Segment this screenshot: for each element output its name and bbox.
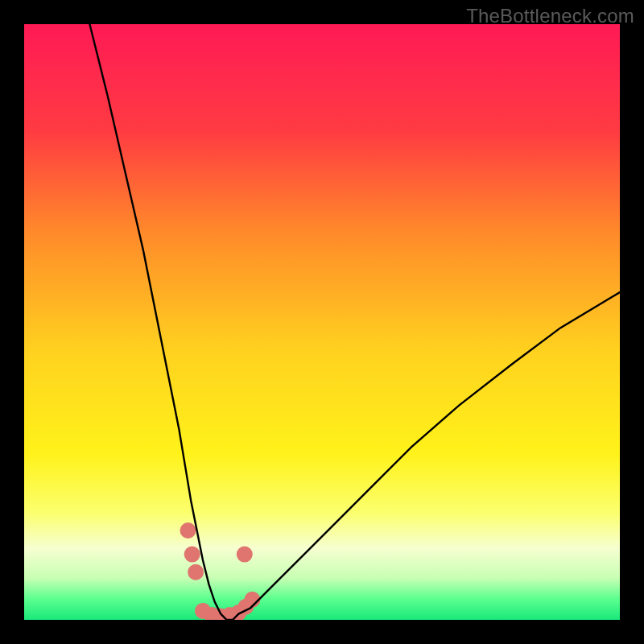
highlight-dot (237, 547, 253, 563)
bottleneck-curve (89, 24, 620, 620)
highlight-dot (180, 522, 196, 539)
plot-area (24, 24, 620, 620)
highlight-dot (184, 547, 200, 563)
curve-layer (24, 24, 620, 620)
highlight-dot (188, 564, 204, 580)
highlight-dots-group (180, 522, 261, 620)
chart-frame: TheBottleneck.com (0, 0, 644, 644)
watermark-label: TheBottleneck.com (466, 5, 634, 27)
